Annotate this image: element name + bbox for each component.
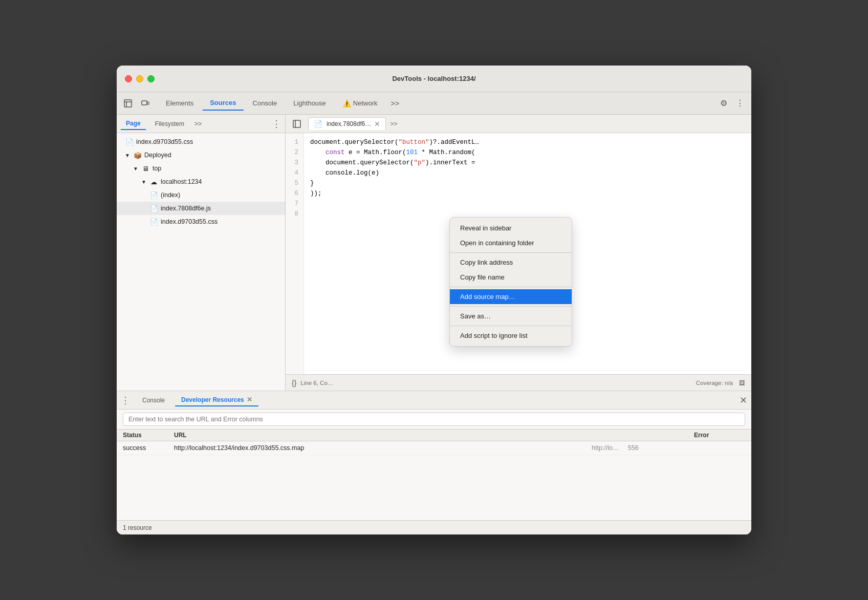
code-line-1: document.querySelector("button")?.addEve…: [310, 137, 745, 147]
tab-lighthouse[interactable]: Lighthouse: [286, 96, 333, 110]
col-error: Error: [694, 432, 745, 439]
col-url2: [592, 432, 694, 439]
bottom-panel-close-button[interactable]: ✕: [740, 395, 747, 406]
editor-statusbar: {} Line 6, Co… Coverage: n/a 🖼: [286, 374, 751, 391]
dev-resources-close-icon[interactable]: ✕: [247, 396, 252, 403]
row-error: [694, 444, 745, 452]
ctx-save-as[interactable]: Save as…: [450, 309, 572, 324]
file-css-icon: 📄: [125, 138, 134, 146]
resource-count: 1 resource: [123, 524, 152, 531]
cloud-icon: ☁: [149, 178, 159, 186]
tab-console[interactable]: Console: [246, 96, 285, 110]
window-title: DevTools - localhost:1234/: [392, 75, 475, 82]
code-line-3: document.querySelector("p").innerText =: [310, 158, 745, 168]
table-header: Status URL Error: [117, 430, 751, 441]
col-status: Status: [123, 432, 174, 439]
tabbar-icons: [121, 96, 153, 111]
file-css2-icon: 📄: [149, 218, 159, 226]
ctx-divider-3: [450, 306, 572, 307]
table-row[interactable]: success http://localhost:1234/index.d970…: [117, 441, 751, 455]
sidebar-toggle-button[interactable]: [290, 117, 304, 131]
sub-tabbar: Page Filesystem >> ⋮: [117, 115, 285, 133]
editor-position: Line 6, Co…: [300, 380, 333, 386]
ctx-copy-link[interactable]: Copy link address: [450, 255, 572, 270]
bottom-tab-console[interactable]: Console: [136, 395, 171, 406]
ctx-open-folder[interactable]: Open in containing folder: [450, 235, 572, 250]
inspector-icon[interactable]: [121, 96, 135, 111]
coverage-label: Coverage: n/a: [696, 380, 733, 386]
format-icon[interactable]: {}: [292, 379, 296, 387]
file-icon: 📄: [149, 191, 159, 199]
col-url: URL: [174, 432, 592, 439]
chevron-down-icon: ▼: [141, 179, 146, 185]
statusbar-right: Coverage: n/a 🖼: [696, 380, 745, 386]
tab-sources[interactable]: Sources: [203, 96, 243, 111]
chevron-down-icon: ▼: [125, 153, 130, 158]
tree-item-top[interactable]: ▼ 🖥 top: [117, 162, 285, 175]
row-url: http://localhost:1234/index.d9703d55.css…: [174, 444, 592, 452]
sub-tab-more[interactable]: >>: [194, 120, 202, 127]
code-line-4: console.log(e): [310, 168, 745, 178]
svg-rect-2: [147, 102, 149, 104]
sub-tab-dots[interactable]: ⋮: [272, 119, 281, 128]
tree-item-js[interactable]: 📄 index.7808df6e.js: [117, 202, 285, 215]
line-numbers: 1 2 3 4 5 6 7 8: [286, 133, 304, 374]
dev-resources-content: Status URL Error success http://localhos…: [117, 410, 751, 520]
more-tabs-button[interactable]: >>: [387, 97, 403, 110]
sub-tab-page[interactable]: Page: [121, 118, 146, 130]
editor-tab-more[interactable]: >>: [390, 120, 397, 127]
code-line-5: }: [310, 178, 745, 188]
close-button[interactable]: [125, 75, 132, 82]
svg-rect-3: [293, 120, 300, 127]
ctx-divider-4: [450, 326, 572, 326]
search-input[interactable]: [123, 413, 745, 426]
editor-tabbar: 📄 index.7808df6… ✕ >>: [286, 115, 751, 133]
right-panel: 📄 index.7808df6… ✕ >> 1 2 3 4 5 6 7 8: [286, 115, 751, 391]
top-icon: 🖥: [141, 165, 150, 173]
left-panel: Page Filesystem >> ⋮ 📄 index.d9703d55.cs…: [117, 115, 286, 391]
row-url2: http://lo… 556: [592, 444, 694, 452]
tabbar-right: ⚙ ⋮: [717, 96, 747, 111]
search-bar: [117, 410, 751, 430]
svg-rect-1: [142, 101, 147, 105]
svg-rect-0: [124, 100, 132, 107]
bottom-panel: ⋮ Console Developer Resources ✕ ✕ Status…: [117, 391, 751, 534]
ctx-divider-1: [450, 252, 572, 253]
file-js-icon: 📄: [149, 205, 159, 212]
tree-item-index[interactable]: 📄 (index): [117, 188, 285, 202]
minimize-button[interactable]: [136, 75, 143, 82]
bottom-tab-dev-resources[interactable]: Developer Resources ✕: [175, 394, 258, 406]
tree-item-css-top[interactable]: 📄 index.d9703d55.css: [117, 135, 285, 148]
tree-item-deployed[interactable]: ▼ 📦 Deployed: [117, 148, 285, 162]
maximize-button[interactable]: [147, 75, 155, 82]
ctx-reveal-sidebar[interactable]: Reveal in sidebar: [450, 221, 572, 235]
more-options-button[interactable]: ⋮: [733, 96, 747, 111]
deployed-icon: 📦: [133, 152, 142, 159]
traffic-lights: [125, 75, 155, 82]
sub-tab-filesystem[interactable]: Filesystem: [150, 118, 189, 130]
code-line-7: [310, 199, 745, 209]
ctx-copy-filename[interactable]: Copy file name: [450, 270, 572, 285]
tab-network[interactable]: ⚠️ Network: [335, 96, 385, 111]
ctx-divider-2: [450, 287, 572, 287]
tab-close-button[interactable]: ✕: [374, 120, 380, 127]
ctx-ignore-list[interactable]: Add script to ignore list: [450, 328, 572, 343]
code-line-2: const e = Math.floor(101 * Math.random(: [310, 147, 745, 158]
screenshot-icon[interactable]: 🖼: [739, 380, 745, 386]
code-line-6: ));: [310, 188, 745, 199]
context-menu: Reveal in sidebar Open in containing fol…: [449, 217, 572, 347]
settings-button[interactable]: ⚙: [717, 96, 731, 111]
ctx-add-source-map[interactable]: Add source map…: [450, 289, 572, 304]
main-tabbar: Elements Sources Console Lighthouse ⚠️ N…: [117, 92, 751, 115]
bottom-dots[interactable]: ⋮: [121, 395, 130, 406]
device-toggle-icon[interactable]: [138, 96, 153, 111]
tree-item-localhost[interactable]: ▼ ☁ localhost:1234: [117, 175, 285, 188]
editor-tab-js[interactable]: 📄 index.7808df6… ✕: [308, 117, 386, 130]
devtools-window: DevTools - localhost:1234/ Elements: [117, 66, 751, 534]
chevron-down-icon: ▼: [133, 166, 138, 172]
titlebar: DevTools - localhost:1234/: [117, 66, 751, 92]
tree-item-css[interactable]: 📄 index.d9703d55.css: [117, 215, 285, 228]
warning-icon: ⚠️: [342, 99, 351, 108]
tab-elements[interactable]: Elements: [159, 96, 201, 110]
file-tab-icon: 📄: [314, 120, 322, 128]
